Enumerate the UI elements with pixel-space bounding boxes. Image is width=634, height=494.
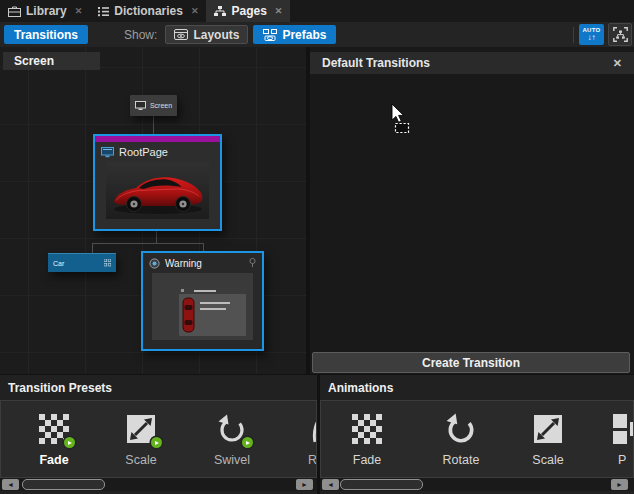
document-tabbar: Library ✕ Dictionaries ✕ Pages ✕ (0, 0, 634, 22)
auto-arrows-icon: ↓↑ (588, 34, 596, 42)
dialog-icon (181, 289, 184, 292)
layouts-eye-icon (174, 29, 188, 40)
dialog-titlebar (179, 287, 246, 294)
main-area: Screen Screen (0, 47, 634, 375)
list-icon (98, 6, 109, 17)
panel-title: Default Transitions (322, 56, 430, 70)
scale-arrow-icon (533, 414, 563, 444)
node-car[interactable]: Car (48, 253, 116, 272)
fit-graph-icon (613, 27, 628, 42)
presets-item-strip: Fade Scale (0, 400, 317, 478)
panel-title: Animations (320, 375, 634, 400)
pages-toolbar: Transitions Show: Layouts Prefabs AUT (0, 22, 634, 48)
presets-horizontal-scrollbar[interactable]: ◄ ► (0, 478, 317, 491)
screen-context-tab[interactable]: Screen (3, 52, 100, 70)
play-badge-icon (242, 437, 253, 448)
prefabs-label: Prefabs (282, 28, 326, 42)
tab-label: Library (26, 4, 67, 18)
tab-pages[interactable]: Pages ✕ (206, 0, 290, 22)
animation-item-fade[interactable]: Fade (323, 401, 411, 477)
panel-title: Transition Presets (0, 375, 317, 400)
page-graph-panel[interactable]: Screen Screen (0, 47, 306, 374)
preset-item-scale[interactable]: Scale (97, 401, 185, 477)
connector-branch (92, 243, 204, 244)
preset-label: R (308, 453, 317, 467)
preset-item-swivel[interactable]: Swivel (188, 401, 276, 477)
animations-item-strip: Fade Rotate (320, 400, 634, 478)
mouse-drag-cursor (386, 99, 414, 135)
animations-horizontal-scrollbar[interactable]: ◄ ► (320, 478, 634, 491)
tree-icon (214, 6, 226, 17)
state-circle-icon (149, 258, 160, 269)
play-badge-icon (151, 437, 162, 448)
scroll-left-button[interactable]: ◄ (2, 479, 19, 490)
light-indicator-icon (249, 258, 256, 268)
scrollbar-thumb[interactable] (340, 479, 423, 490)
fit-to-view-button[interactable] (608, 23, 632, 46)
dialog-text-line (200, 308, 226, 310)
create-transition-button[interactable]: Create Transition (312, 352, 630, 373)
warning-dialog-preview (179, 287, 246, 336)
preset-item-partial[interactable]: R (305, 401, 317, 477)
connector-rootpage-stem (156, 231, 157, 243)
preset-label: Scale (125, 453, 156, 467)
node-label: RootPage (119, 146, 168, 158)
animation-item-scale[interactable]: Scale (504, 401, 592, 477)
tab-close-icon[interactable]: ✕ (275, 6, 283, 16)
rootpage-thumbnail (106, 162, 209, 219)
animation-item-partial[interactable]: P (608, 401, 633, 477)
default-transitions-header: Default Transitions ✕ (310, 52, 634, 74)
briefcase-icon (8, 6, 21, 17)
preset-item-fade[interactable]: Fade (9, 401, 99, 477)
tab-label: Dictionaries (114, 4, 183, 18)
node-rootpage[interactable]: RootPage (93, 134, 222, 231)
bottom-panels: Transition Presets (0, 375, 634, 494)
partial-icon (311, 414, 317, 444)
scrollbar-thumb[interactable] (22, 479, 105, 490)
tab-close-icon[interactable]: ✕ (191, 6, 199, 16)
checkerboard-icon (352, 414, 382, 444)
prefabs-icon (263, 29, 277, 41)
dialog-text-line (200, 302, 230, 304)
animation-label: P (618, 453, 626, 467)
auto-arrange-button[interactable]: AUTO ↓↑ (579, 24, 604, 45)
tab-library[interactable]: Library ✕ (0, 0, 90, 22)
node-label: Screen (150, 102, 172, 109)
play-badge-icon (64, 437, 75, 448)
preset-label: Fade (39, 453, 68, 467)
preset-label: Swivel (214, 453, 250, 467)
layouts-toggle-button[interactable]: Layouts (165, 25, 248, 44)
tab-label: Pages (231, 4, 266, 18)
toolbar-right-group: AUTO ↓↑ (573, 22, 634, 47)
animation-item-rotate[interactable]: Rotate (417, 401, 505, 477)
kanzi-pages-window: Library ✕ Dictionaries ✕ Pages ✕ Transit (0, 0, 634, 494)
default-transitions-panel: Default Transitions ✕ Create Transition (310, 47, 634, 374)
tab-close-icon[interactable]: ✕ (75, 6, 83, 16)
node-label: Car (53, 260, 64, 267)
expand-grid-icon (104, 259, 111, 267)
dialog-title-text (194, 290, 216, 292)
scroll-left-button[interactable]: ◄ (322, 479, 339, 490)
scroll-right-button[interactable]: ► (611, 479, 628, 490)
warning-thumbnail (152, 273, 253, 340)
show-label: Show: (124, 28, 157, 42)
animations-panel: Animations (320, 375, 634, 494)
node-warning[interactable]: Warning (141, 251, 264, 351)
animation-label: Scale (532, 453, 563, 467)
close-icon[interactable]: ✕ (613, 57, 622, 70)
page-icon (101, 147, 114, 158)
toolbar-separator (573, 27, 574, 43)
node-screen[interactable]: Screen (130, 95, 177, 116)
rotate-arrow-icon (445, 413, 477, 445)
transition-presets-panel: Transition Presets (0, 375, 317, 494)
car-top-view-image (182, 297, 195, 333)
connector-screen-rootpage (153, 116, 154, 135)
transitions-button[interactable]: Transitions (4, 25, 88, 44)
layouts-label: Layouts (193, 28, 239, 42)
warning-header: Warning (143, 253, 262, 273)
node-label: Warning (165, 258, 202, 269)
prefabs-toggle-button[interactable]: Prefabs (253, 25, 336, 44)
tab-dictionaries[interactable]: Dictionaries ✕ (90, 0, 206, 22)
connector-to-car (92, 243, 93, 253)
scroll-right-button[interactable]: ► (296, 479, 313, 490)
